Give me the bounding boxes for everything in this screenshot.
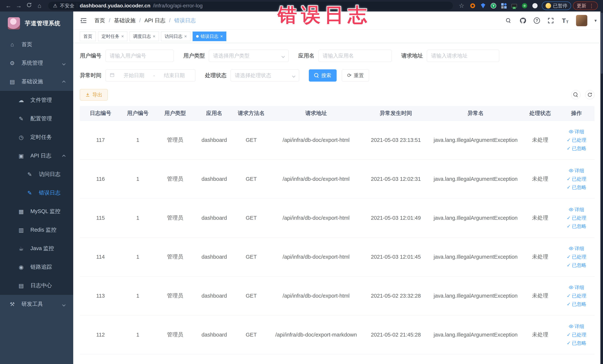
close-icon[interactable]: × xyxy=(121,34,124,39)
close-icon[interactable]: × xyxy=(220,34,223,39)
detail-link[interactable]: 详细 xyxy=(569,206,584,213)
paused-extension-pill[interactable]: 已暂停 xyxy=(542,1,571,10)
filter-exception-time-input[interactable]: 开始日期-结束日期 xyxy=(105,69,195,82)
tab-错误日志[interactable]: 错误日志× xyxy=(193,32,226,41)
sidebar-item-trace[interactable]: ◉链路追踪 xyxy=(0,258,73,276)
filter-user-type-select[interactable]: 请选择用户类型 xyxy=(209,50,289,62)
bookmark-star-icon[interactable]: ☆ xyxy=(457,0,466,12)
search-button[interactable]: 搜索 xyxy=(309,69,337,82)
font-size-icon[interactable]: TT xyxy=(561,17,569,24)
detail-link[interactable]: 详细 xyxy=(569,245,584,252)
chevron-up-icon xyxy=(63,153,65,159)
filter-process-status-select[interactable]: 请选择处理状态 xyxy=(231,69,299,82)
sidebar-logo-row[interactable]: 芋道管理系统 xyxy=(0,12,73,35)
active-dot-icon xyxy=(196,35,199,38)
security-label[interactable]: 不安全 xyxy=(60,3,74,9)
cell-method: GET xyxy=(233,120,270,159)
sidebar-item-dev-tools[interactable]: ⚒研发工具 xyxy=(0,295,73,313)
detail-link[interactable]: 详细 xyxy=(569,323,584,330)
browser-back-icon[interactable]: ← xyxy=(4,0,13,12)
sidebar-item-access-log[interactable]: ✎访问日志 xyxy=(0,165,73,184)
extension-orange-ring-icon[interactable] xyxy=(470,3,476,9)
scrollbar-thumb[interactable] xyxy=(601,13,603,74)
mark-processed-link[interactable]: ✓已处理 xyxy=(567,137,586,143)
cell-id: 115 xyxy=(80,199,121,237)
mark-ignored-link[interactable]: ✓已忽略 xyxy=(567,223,586,230)
toggle-search-button[interactable] xyxy=(571,90,580,99)
cell-user_type: 管理员 xyxy=(155,159,196,199)
address-bar[interactable]: ⚠ 不安全 dashboard.yudao.iocoder.cn /infra/… xyxy=(48,2,453,10)
mark-processed-link[interactable]: ✓已处理 xyxy=(567,215,586,221)
sidebar-item-redis[interactable]: ▥Redis 监控 xyxy=(0,221,73,239)
edit-icon: ✎ xyxy=(26,190,33,196)
mark-processed-link[interactable]: ✓已处理 xyxy=(567,331,586,338)
close-icon[interactable]: × xyxy=(184,34,187,39)
omnibox-divider xyxy=(77,3,77,8)
page-scrollbar[interactable] xyxy=(600,12,603,364)
mark-ignored-link[interactable]: ✓已忽略 xyxy=(567,145,586,152)
sidebar-item-file[interactable]: ☁文件管理 xyxy=(0,91,73,109)
browser-menu-icon[interactable]: ⋮ xyxy=(589,3,594,9)
sidebar-item-system[interactable]: ⚙系统管理 xyxy=(0,54,73,72)
caret-down-icon[interactable]: ▾ xyxy=(594,18,597,23)
export-button[interactable]: 导出 xyxy=(80,89,108,101)
hamburger-icon[interactable] xyxy=(80,16,88,25)
close-icon[interactable]: × xyxy=(153,34,155,39)
sidebar-item-label: 文件管理 xyxy=(30,96,52,104)
filter-user-id-input[interactable]: 请输入用户编号 xyxy=(105,50,174,62)
fullscreen-icon[interactable] xyxy=(547,17,555,24)
refresh-button[interactable] xyxy=(585,90,594,99)
tab-定时任务[interactable]: 定时任务× xyxy=(98,32,127,41)
tab-访问日志[interactable]: 访问日志× xyxy=(161,32,190,41)
extension-switch-on-icon[interactable] xyxy=(511,3,517,9)
detail-link[interactable]: 详细 xyxy=(569,284,584,291)
mark-ignored-link[interactable]: ✓已忽略 xyxy=(567,301,586,307)
sidebar-item-job[interactable]: ◷定时任务 xyxy=(0,128,73,146)
detail-link[interactable]: 详细 xyxy=(569,167,584,174)
action-label: 详细 xyxy=(575,206,584,213)
sidebar-item-mysql[interactable]: ▦MySQL 监控 xyxy=(0,202,73,221)
filter-app-name-input[interactable]: 请输入应用名 xyxy=(318,50,392,62)
export-label: 导出 xyxy=(92,91,102,98)
extension-shield-icon[interactable] xyxy=(480,3,486,9)
filter-request-url-input[interactable]: 请输入请求地址 xyxy=(427,50,499,62)
user-avatar[interactable] xyxy=(576,15,587,26)
cell-app_name: dashboard xyxy=(196,120,233,159)
mark-processed-link[interactable]: ✓已处理 xyxy=(567,293,586,299)
browser-reload-icon[interactable] xyxy=(25,0,33,12)
mark-processed-link[interactable]: ✓已处理 xyxy=(567,254,586,260)
check-icon: ✓ xyxy=(567,340,571,346)
sidebar-item-error-log[interactable]: ✎错误日志 xyxy=(0,184,73,202)
mark-processed-link[interactable]: ✓已处理 xyxy=(567,176,586,182)
search-icon[interactable] xyxy=(505,17,512,24)
sidebar-item-api-log[interactable]: ▣API 日志 xyxy=(0,146,73,165)
breadcrumb-item[interactable]: 首页 xyxy=(94,17,105,24)
sidebar-item-config[interactable]: ✎配置管理 xyxy=(0,109,73,128)
cell-user_id: 1 xyxy=(121,315,154,354)
mark-ignored-link[interactable]: ✓已忽略 xyxy=(567,262,586,269)
browser-home-icon[interactable]: ⌂ xyxy=(35,0,44,12)
help-icon[interactable]: ? xyxy=(534,17,540,24)
filter-row-2: 异常时间开始日期-结束日期处理状态请选择处理状态搜索⟳重置 xyxy=(80,69,594,82)
sidebar-item-log-center[interactable]: ▤日志中心 xyxy=(0,276,73,295)
extension-grid-icon[interactable] xyxy=(501,3,507,9)
tab-调度日志[interactable]: 调度日志× xyxy=(129,32,159,41)
api-log-icon: ▣ xyxy=(18,153,24,159)
detail-link[interactable]: 详细 xyxy=(569,129,584,135)
github-icon[interactable] xyxy=(519,17,527,24)
browser-update-button[interactable]: 更新 ⋮ xyxy=(573,1,598,10)
mark-ignored-link[interactable]: ✓已忽略 xyxy=(567,340,586,346)
cell-url: /api/infra/db-doc/export-html xyxy=(270,276,362,315)
breadcrumb-item[interactable]: 基础设施 xyxy=(114,17,136,24)
mark-ignored-link[interactable]: ✓已忽略 xyxy=(567,184,586,191)
reset-button[interactable]: ⟳重置 xyxy=(342,69,369,82)
sidebar-item-infra[interactable]: ▤基础设施 xyxy=(0,72,73,91)
sidebar-item-home[interactable]: ⌂首页 xyxy=(0,35,73,54)
extension-green-circle-icon[interactable]: Y xyxy=(490,3,497,9)
extension-paw-icon[interactable] xyxy=(532,3,538,9)
tab-首页[interactable]: 首页 xyxy=(80,32,96,41)
sidebar-item-java[interactable]: ☕Java 监控 xyxy=(0,239,73,258)
breadcrumb-item[interactable]: API 日志 xyxy=(144,17,165,24)
browser-forward-icon[interactable]: → xyxy=(14,0,23,12)
extension-leaf-icon[interactable] xyxy=(522,3,528,9)
